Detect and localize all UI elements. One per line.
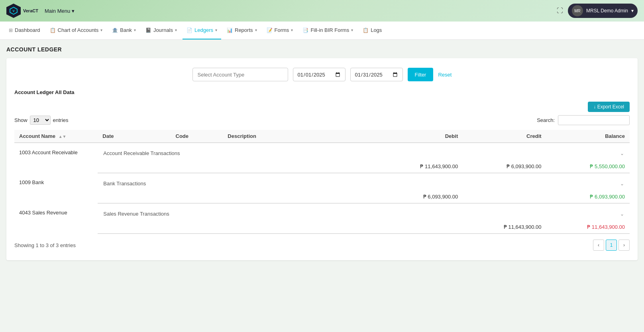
- nav-item-chart-of-accounts[interactable]: 📋 Chart of Accounts ▾: [46, 22, 107, 39]
- logo-icon: V: [6, 4, 21, 18]
- ledgers-icon: 📄: [187, 28, 192, 33]
- account-name-cell: 1003 Account Receivable: [14, 143, 98, 173]
- pagination-showing-text: Showing 1 to 3 of 3 entries: [14, 242, 76, 248]
- balance-cell: ₱ 5,550,000.00: [546, 160, 630, 173]
- search-box: Search:: [537, 115, 630, 125]
- user-avatar: MR: [572, 5, 583, 16]
- ledger-table: Account Name ▲▼ Date Code Description De…: [14, 130, 630, 234]
- col-description: Description: [223, 130, 379, 143]
- pagination-row: Showing 1 to 3 of 3 entries ‹ 1 ›: [14, 234, 630, 251]
- chevron-down-icon: ▾: [175, 28, 177, 32]
- chevron-down-icon: ▾: [100, 28, 102, 32]
- journals-icon: 📓: [145, 28, 151, 33]
- forms-icon: 📝: [267, 28, 273, 33]
- chevron-down-icon: ▾: [255, 28, 257, 32]
- filter-row: Filter Reset: [14, 68, 630, 81]
- account-name-cell: 1009 Bank: [14, 173, 98, 203]
- sort-icon: ▲▼: [59, 134, 67, 139]
- balance-cell: ₱ 6,093,900.00: [546, 191, 630, 203]
- filter-button[interactable]: Filter: [408, 68, 434, 81]
- nav-item-fill-in-bir[interactable]: 📑 Fill-in BIR Forms ▾: [298, 22, 357, 39]
- logo-area: V VeraCT: [6, 4, 38, 18]
- col-date: Date: [98, 130, 171, 143]
- logs-icon: 📋: [363, 28, 369, 33]
- nav-label-bank: Bank: [120, 27, 132, 33]
- transaction-label: Bank Transactions ⌄: [98, 177, 630, 191]
- nav-item-dashboard[interactable]: ⊞ Dashboard: [5, 22, 44, 39]
- main-menu-button[interactable]: Main Menu ▾: [45, 8, 75, 14]
- table-row: 1003 Account Receivable Account Receivab…: [14, 143, 630, 160]
- user-name: MRSL Demo Admin: [586, 8, 628, 14]
- date-to-input[interactable]: [350, 68, 403, 81]
- col-account-name: Account Name ▲▼: [14, 130, 98, 143]
- svg-text:V: V: [13, 10, 15, 12]
- sub-heading: Account Ledger All Data: [14, 89, 630, 95]
- nav-item-bank[interactable]: 🏦 Bank ▾: [108, 22, 140, 39]
- nav-label-journals: Journals: [153, 27, 173, 33]
- table-row: ₱ 6,093,900.00 ₱ 6,093,900.00: [14, 191, 630, 203]
- logo-text: VeraCT: [23, 8, 38, 13]
- next-page-button[interactable]: ›: [618, 240, 630, 251]
- chevron-down-icon: ⌄: [620, 151, 624, 156]
- transaction-cell: Sales Revenue Transactions ⌄: [98, 203, 630, 221]
- debit-cell: ₱ 11,643,900.00: [379, 160, 463, 173]
- nav-label-reports: Reports: [235, 27, 253, 33]
- col-balance: Balance: [546, 130, 630, 143]
- nav-item-forms[interactable]: 📝 Forms ▾: [263, 22, 297, 39]
- export-excel-button[interactable]: ↓ Export Excel: [588, 102, 630, 112]
- search-input[interactable]: [558, 115, 630, 125]
- credit-cell: [463, 191, 546, 203]
- debit-cell: ₱ 6,093,900.00: [379, 191, 463, 203]
- nav-item-logs[interactable]: 📋 Logs: [359, 22, 386, 39]
- search-label: Search:: [537, 117, 555, 123]
- credit-cell: ₱ 6,093,900.00: [463, 160, 546, 173]
- bank-icon: 🏦: [112, 28, 118, 33]
- page-title: ACCOUNT LEDGER: [6, 46, 638, 53]
- nav-label-ledgers: Ledgers: [194, 27, 213, 33]
- chevron-down-icon: ▾: [291, 28, 293, 32]
- table-controls-top: ↓ Export Excel: [14, 102, 630, 112]
- chevron-down-icon: ⌄: [620, 181, 624, 187]
- table-row: 1009 Bank Bank Transactions ⌄: [14, 173, 630, 191]
- chevron-down-icon: ▾: [215, 28, 217, 32]
- chevron-down-icon: ▾: [351, 28, 353, 32]
- nav-label-forms: Forms: [275, 27, 289, 33]
- chevron-down-icon: ▾: [134, 28, 136, 32]
- table-controls-bottom: Show 10 25 50 100 entries Search:: [14, 115, 630, 125]
- table-row: ₱ 11,643,900.00 ₱ 11,643,900.00: [14, 221, 630, 234]
- nav-item-journals[interactable]: 📓 Journals ▾: [141, 22, 181, 39]
- show-entries: Show 10 25 50 100 entries: [14, 116, 69, 125]
- debit-cell: [379, 221, 463, 234]
- balance-cell: ₱ 11,643,900.00: [546, 221, 630, 234]
- account-name-cell: 4043 Sales Revenue: [14, 203, 98, 234]
- col-debit: Debit: [379, 130, 463, 143]
- nav-item-ledgers[interactable]: 📄 Ledgers ▾: [183, 22, 221, 39]
- entries-per-page-select[interactable]: 10 25 50 100: [30, 116, 51, 125]
- reset-link[interactable]: Reset: [438, 72, 452, 78]
- prev-page-button[interactable]: ‹: [593, 240, 604, 251]
- table-header-row: Account Name ▲▼ Date Code Description De…: [14, 130, 630, 143]
- credit-cell: ₱ 11,643,900.00: [463, 221, 546, 234]
- page-1-button[interactable]: 1: [606, 240, 617, 251]
- fill-in-bir-icon: 📑: [302, 28, 308, 33]
- col-code: Code: [171, 130, 223, 143]
- date-from-input[interactable]: [293, 68, 346, 81]
- content-card: Filter Reset Account Ledger All Data ↓ E…: [6, 58, 638, 260]
- nav-label-logs: Logs: [371, 27, 382, 33]
- transaction-cell: Bank Transactions ⌄: [98, 173, 630, 191]
- transaction-label: Account Receivable Transactions ⌄: [98, 146, 630, 160]
- table-row: 4043 Sales Revenue Sales Revenue Transac…: [14, 203, 630, 221]
- nav-label-fill-in-bir: Fill-in BIR Forms: [310, 27, 349, 33]
- chart-of-accounts-icon: 📋: [50, 28, 56, 33]
- reports-icon: 📊: [227, 28, 233, 33]
- nav-label-chart-of-accounts: Chart of Accounts: [58, 27, 99, 33]
- dashboard-icon: ⊞: [9, 28, 13, 33]
- account-type-input[interactable]: [192, 68, 288, 81]
- nav-item-reports[interactable]: 📊 Reports ▾: [223, 22, 261, 39]
- table-row: ₱ 11,643,900.00 ₱ 6,093,900.00 ₱ 5,550,0…: [14, 160, 630, 173]
- pagination-buttons: ‹ 1 ›: [593, 240, 630, 251]
- user-menu-button[interactable]: MR MRSL Demo Admin ▾: [568, 4, 638, 18]
- fullscreen-button[interactable]: ⛶: [557, 7, 563, 14]
- transaction-cell: Account Receivable Transactions ⌄: [98, 143, 630, 160]
- chevron-down-icon: ⌄: [620, 211, 624, 217]
